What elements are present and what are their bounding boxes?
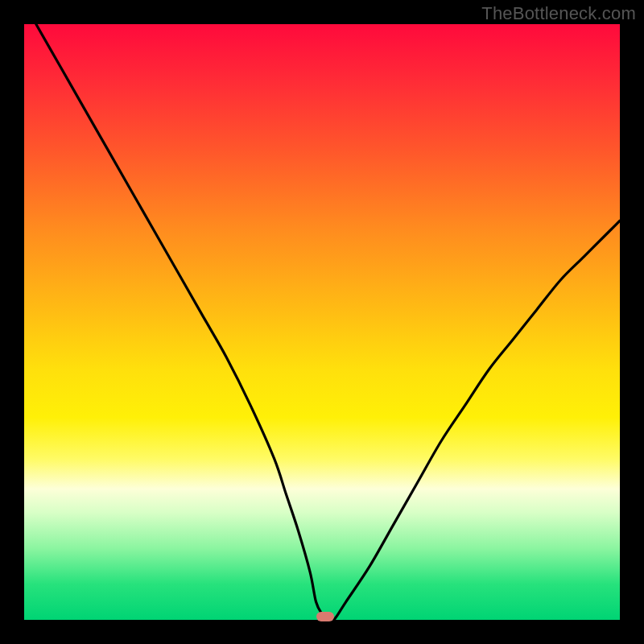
plot-area — [24, 24, 620, 620]
attribution-label: TheBottleneck.com — [481, 3, 636, 24]
chart-container: TheBottleneck.com — [0, 0, 644, 644]
bottleneck-curve — [24, 24, 620, 620]
optimum-marker — [316, 612, 334, 621]
